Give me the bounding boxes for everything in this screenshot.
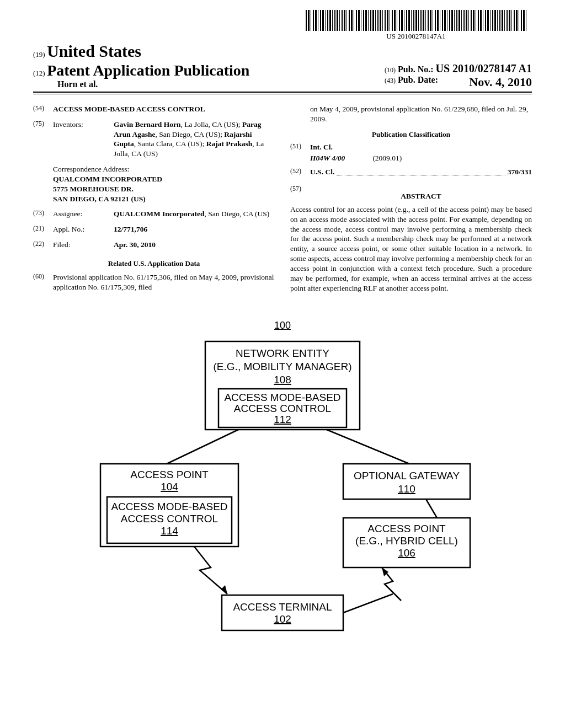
network-entity-label: NETWORK ENTITY <box>236 347 329 359</box>
svg-line-7 <box>426 499 437 518</box>
inventors-label: Inventors: <box>53 120 114 159</box>
pub-no-code: (10) <box>385 66 396 74</box>
abstract-heading: ABSTRACT <box>310 191 532 201</box>
applno-code: (21) <box>33 224 53 234</box>
amac-line2-112: ACCESS CONTROL <box>234 403 331 414</box>
uscl-label: U.S. Cl. <box>310 167 334 177</box>
uscl-value: 370/331 <box>508 167 532 177</box>
pub-no: US 2010/0278147 A1 <box>436 62 532 74</box>
ap-right-ref: 106 <box>398 547 415 559</box>
correspondence-label: Correspondence Address: <box>53 164 275 174</box>
provisional-code: (60) <box>33 272 53 292</box>
assignee-code: (73) <box>33 209 53 219</box>
doc-type-code: (12) <box>33 69 45 77</box>
terminal-label: ACCESS TERMINAL <box>233 601 332 613</box>
provisional-text: Provisional application No. 61/175,306, … <box>53 272 275 292</box>
terminal-ref: 102 <box>274 613 291 625</box>
ap-right-sub: (E.G., HYBRID CELL) <box>355 535 458 547</box>
abstract-code: (57) <box>290 185 310 205</box>
amac-ref-112: 112 <box>274 414 291 425</box>
barcode-block: US 20100278147A1 <box>306 10 526 41</box>
svg-line-2 <box>167 430 238 464</box>
svg-rect-9 <box>222 595 343 630</box>
country-code: (19) <box>33 50 45 58</box>
inventors-code: (75) <box>33 120 53 159</box>
barcode-text: US 20100278147A1 <box>306 32 526 41</box>
applno-value: 12/771,706 <box>114 224 275 234</box>
intcl-code: (51) <box>290 142 310 152</box>
barcode-graphic <box>306 10 526 31</box>
figure-reference: 100 <box>274 320 291 331</box>
title-code: (54) <box>33 104 53 114</box>
pub-date-code: (43) <box>385 77 396 84</box>
doc-type: Patent Application Publication <box>47 62 249 79</box>
inventors-value: Gavin Bernard Horn, La Jolla, CA (US); P… <box>114 120 275 159</box>
ap-left-ref: 104 <box>161 481 178 493</box>
pub-date: Nov. 4, 2010 <box>469 75 532 89</box>
network-entity-ref: 108 <box>274 374 291 386</box>
abstract-body: Access control for an access point (e.g.… <box>290 205 532 293</box>
intcl-label: Int. Cl. <box>310 142 333 152</box>
assignee-label: Assignee: <box>53 209 114 219</box>
invention-title: ACCESS MODE-BASED ACCESS CONTROL <box>53 104 205 114</box>
figure-diagram: NETWORK ENTITY (E.G., MOBILITY MANAGER) … <box>84 336 481 645</box>
related-data-heading: Related U.S. Application Data <box>33 259 275 268</box>
filed-label: Filed: <box>53 240 114 250</box>
svg-line-12 <box>343 594 393 613</box>
gateway-ref: 110 <box>398 483 415 495</box>
filed-code: (22) <box>33 240 53 250</box>
correspondence-address: QUALCOMM INCORPORATED5775 MOREHOUSE DR.S… <box>53 174 275 204</box>
gateway-label: OPTIONAL GATEWAY <box>354 470 460 481</box>
amac-line1-112: ACCESS MODE-BASED <box>224 392 340 403</box>
intcl-class: H04W 4/00 <box>310 153 371 163</box>
classification-heading: Publication Classification <box>290 130 532 139</box>
network-entity-sub: (E.G., MOBILITY MANAGER) <box>214 361 352 372</box>
svg-marker-10 <box>221 585 227 594</box>
filed-value: Apr. 30, 2010 <box>114 240 275 250</box>
amac-line1-114: ACCESS MODE-BASED <box>111 501 227 512</box>
authors: Horn et al. <box>57 79 249 89</box>
provisional-continuation: on May 4, 2009, provisional application … <box>310 104 532 124</box>
country-name: United States <box>47 42 141 60</box>
amac-line2-114: ACCESS CONTROL <box>121 513 218 524</box>
svg-line-3 <box>327 430 409 464</box>
ap-right-label: ACCESS POINT <box>367 523 446 534</box>
pub-date-label: Pub. Date: <box>398 75 438 84</box>
amac-ref-114: 114 <box>161 525 178 537</box>
uscl-leader <box>337 167 505 175</box>
intcl-date: (2009.01) <box>372 154 402 162</box>
pub-no-label: Pub. No.: <box>398 65 433 74</box>
ap-left-label: ACCESS POINT <box>130 469 209 480</box>
applno-label: Appl. No.: <box>53 224 114 234</box>
country-line: (19) United States <box>33 42 532 61</box>
assignee-value: QUALCOMM Incorporated, San Diego, CA (US… <box>114 209 275 219</box>
uscl-code: (52) <box>290 167 310 177</box>
